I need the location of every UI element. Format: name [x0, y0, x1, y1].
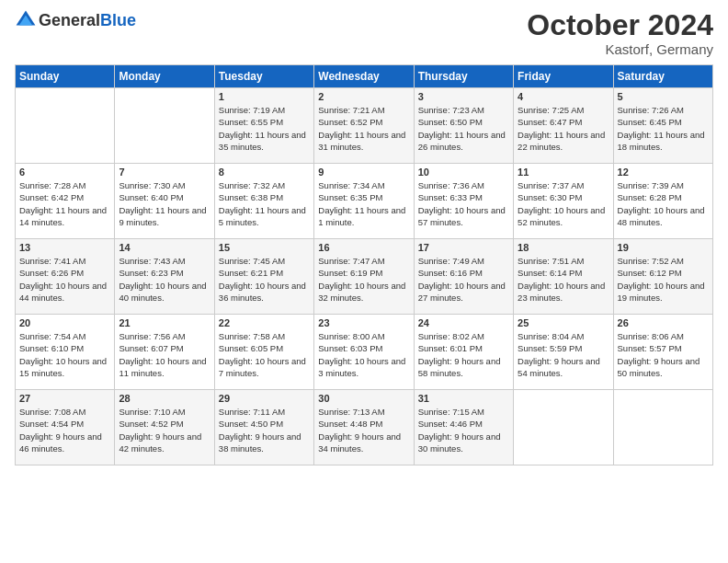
calendar-cell: 28 Sunrise: 7:10 AMSunset: 4:52 PMDaylig… [115, 390, 214, 465]
calendar-cell: 8 Sunrise: 7:32 AMSunset: 6:38 PMDayligh… [214, 164, 313, 239]
calendar-cell: 24 Sunrise: 8:02 AMSunset: 6:01 PMDaylig… [414, 315, 513, 390]
calendar-cell: 29 Sunrise: 7:11 AMSunset: 4:50 PMDaylig… [214, 390, 313, 465]
cell-content: Sunrise: 7:34 AMSunset: 6:35 PMDaylight:… [318, 180, 405, 227]
calendar-cell: 20 Sunrise: 7:54 AMSunset: 6:10 PMDaylig… [16, 315, 115, 390]
cell-content: Sunrise: 7:15 AMSunset: 4:46 PMDaylight:… [418, 407, 501, 454]
day-number: 19 [618, 242, 709, 253]
cell-content: Sunrise: 7:19 AMSunset: 6:55 PMDaylight:… [219, 105, 306, 152]
day-number: 26 [618, 317, 709, 328]
cell-content: Sunrise: 7:37 AMSunset: 6:30 PMDaylight:… [518, 180, 605, 227]
calendar-cell: 10 Sunrise: 7:36 AMSunset: 6:33 PMDaylig… [414, 164, 513, 239]
day-number: 25 [518, 317, 609, 328]
day-number: 12 [618, 167, 709, 178]
calendar-cell: 4 Sunrise: 7:25 AMSunset: 6:47 PMDayligh… [514, 88, 613, 164]
col-wednesday: Wednesday [314, 65, 414, 88]
day-number: 30 [318, 393, 409, 404]
cell-content: Sunrise: 7:49 AMSunset: 6:16 PMDaylight:… [418, 256, 506, 303]
location-title: Kastorf, Germany [527, 41, 713, 57]
day-number: 18 [518, 242, 609, 253]
day-number: 28 [119, 393, 210, 404]
calendar-cell: 25 Sunrise: 8:04 AMSunset: 5:59 PMDaylig… [514, 315, 613, 390]
day-number: 8 [219, 167, 310, 178]
header-row: Sunday Monday Tuesday Wednesday Thursday… [16, 65, 713, 88]
cell-content: Sunrise: 8:00 AMSunset: 6:03 PMDaylight:… [318, 331, 405, 378]
calendar-cell: 6 Sunrise: 7:28 AMSunset: 6:42 PMDayligh… [16, 164, 115, 239]
day-number: 2 [318, 91, 409, 102]
cell-content: Sunrise: 7:25 AMSunset: 6:47 PMDaylight:… [518, 105, 605, 152]
calendar-cell [613, 390, 712, 465]
header: GeneralBlue October 2024 Kastorf, German… [15, 9, 713, 57]
day-number: 11 [518, 167, 609, 178]
cell-content: Sunrise: 7:43 AMSunset: 6:23 PMDaylight:… [119, 256, 206, 303]
cell-content: Sunrise: 7:28 AMSunset: 6:42 PMDaylight:… [19, 180, 107, 227]
calendar-cell: 27 Sunrise: 7:08 AMSunset: 4:54 PMDaylig… [16, 390, 115, 465]
cell-content: Sunrise: 8:04 AMSunset: 5:59 PMDaylight:… [518, 331, 600, 378]
cell-content: Sunrise: 7:56 AMSunset: 6:07 PMDaylight:… [119, 331, 206, 378]
day-number: 14 [119, 242, 210, 253]
day-number: 1 [219, 91, 310, 102]
day-number: 7 [119, 167, 210, 178]
calendar-cell: 26 Sunrise: 8:06 AMSunset: 5:57 PMDaylig… [613, 315, 712, 390]
cell-content: Sunrise: 7:08 AMSunset: 4:54 PMDaylight:… [19, 407, 102, 454]
day-number: 15 [219, 242, 310, 253]
day-number: 16 [318, 242, 409, 253]
day-number: 6 [19, 167, 110, 178]
cell-content: Sunrise: 7:10 AMSunset: 4:52 PMDaylight:… [119, 407, 201, 454]
cell-content: Sunrise: 8:06 AMSunset: 5:57 PMDaylight:… [618, 331, 700, 378]
cell-content: Sunrise: 7:26 AMSunset: 6:45 PMDaylight:… [618, 105, 705, 152]
week-row-1: 6 Sunrise: 7:28 AMSunset: 6:42 PMDayligh… [16, 164, 713, 239]
cell-content: Sunrise: 7:11 AMSunset: 4:50 PMDaylight:… [219, 407, 301, 454]
day-number: 5 [618, 91, 709, 102]
day-number: 23 [318, 317, 409, 328]
calendar-cell: 17 Sunrise: 7:49 AMSunset: 6:16 PMDaylig… [414, 239, 513, 315]
calendar-cell: 13 Sunrise: 7:41 AMSunset: 6:26 PMDaylig… [16, 239, 115, 315]
calendar-cell: 21 Sunrise: 7:56 AMSunset: 6:07 PMDaylig… [115, 315, 214, 390]
week-row-3: 20 Sunrise: 7:54 AMSunset: 6:10 PMDaylig… [16, 315, 713, 390]
day-number: 17 [418, 242, 509, 253]
calendar-table: Sunday Monday Tuesday Wednesday Thursday… [15, 64, 713, 465]
day-number: 9 [318, 167, 409, 178]
calendar-cell: 18 Sunrise: 7:51 AMSunset: 6:14 PMDaylig… [514, 239, 613, 315]
calendar-cell: 11 Sunrise: 7:37 AMSunset: 6:30 PMDaylig… [514, 164, 613, 239]
logo-icon [15, 9, 37, 31]
calendar-cell: 7 Sunrise: 7:30 AMSunset: 6:40 PMDayligh… [115, 164, 214, 239]
day-number: 22 [219, 317, 310, 328]
week-row-4: 27 Sunrise: 7:08 AMSunset: 4:54 PMDaylig… [16, 390, 713, 465]
day-number: 4 [518, 91, 609, 102]
calendar-cell: 23 Sunrise: 8:00 AMSunset: 6:03 PMDaylig… [314, 315, 414, 390]
day-number: 20 [19, 317, 110, 328]
col-friday: Friday [514, 65, 613, 88]
calendar-cell: 31 Sunrise: 7:15 AMSunset: 4:46 PMDaylig… [414, 390, 513, 465]
day-number: 13 [19, 242, 110, 253]
cell-content: Sunrise: 7:32 AMSunset: 6:38 PMDaylight:… [219, 180, 306, 227]
calendar-cell: 3 Sunrise: 7:23 AMSunset: 6:50 PMDayligh… [414, 88, 513, 164]
cell-content: Sunrise: 7:21 AMSunset: 6:52 PMDaylight:… [318, 105, 405, 152]
col-saturday: Saturday [613, 65, 712, 88]
calendar-cell: 30 Sunrise: 7:13 AMSunset: 4:48 PMDaylig… [314, 390, 414, 465]
col-tuesday: Tuesday [214, 65, 313, 88]
week-row-0: 1 Sunrise: 7:19 AMSunset: 6:55 PMDayligh… [16, 88, 713, 164]
day-number: 10 [418, 167, 509, 178]
day-number: 21 [119, 317, 210, 328]
cell-content: Sunrise: 7:39 AMSunset: 6:28 PMDaylight:… [618, 180, 705, 227]
calendar-cell: 12 Sunrise: 7:39 AMSunset: 6:28 PMDaylig… [613, 164, 712, 239]
calendar-cell: 2 Sunrise: 7:21 AMSunset: 6:52 PMDayligh… [314, 88, 414, 164]
calendar-cell: 16 Sunrise: 7:47 AMSunset: 6:19 PMDaylig… [314, 239, 414, 315]
cell-content: Sunrise: 7:51 AMSunset: 6:14 PMDaylight:… [518, 256, 605, 303]
cell-content: Sunrise: 7:58 AMSunset: 6:05 PMDaylight:… [219, 331, 306, 378]
calendar-cell [115, 88, 214, 164]
col-monday: Monday [115, 65, 214, 88]
col-thursday: Thursday [414, 65, 513, 88]
cell-content: Sunrise: 7:36 AMSunset: 6:33 PMDaylight:… [418, 180, 506, 227]
cell-content: Sunrise: 7:54 AMSunset: 6:10 PMDaylight:… [19, 331, 107, 378]
title-block: October 2024 Kastorf, Germany [527, 9, 713, 57]
cell-content: Sunrise: 7:30 AMSunset: 6:40 PMDaylight:… [119, 180, 206, 227]
calendar-cell: 15 Sunrise: 7:45 AMSunset: 6:21 PMDaylig… [214, 239, 313, 315]
week-row-2: 13 Sunrise: 7:41 AMSunset: 6:26 PMDaylig… [16, 239, 713, 315]
cell-content: Sunrise: 7:52 AMSunset: 6:12 PMDaylight:… [618, 256, 705, 303]
month-title: October 2024 [527, 9, 713, 41]
calendar-cell: 1 Sunrise: 7:19 AMSunset: 6:55 PMDayligh… [214, 88, 313, 164]
cell-content: Sunrise: 8:02 AMSunset: 6:01 PMDaylight:… [418, 331, 501, 378]
calendar-cell: 5 Sunrise: 7:26 AMSunset: 6:45 PMDayligh… [613, 88, 712, 164]
day-number: 29 [219, 393, 310, 404]
